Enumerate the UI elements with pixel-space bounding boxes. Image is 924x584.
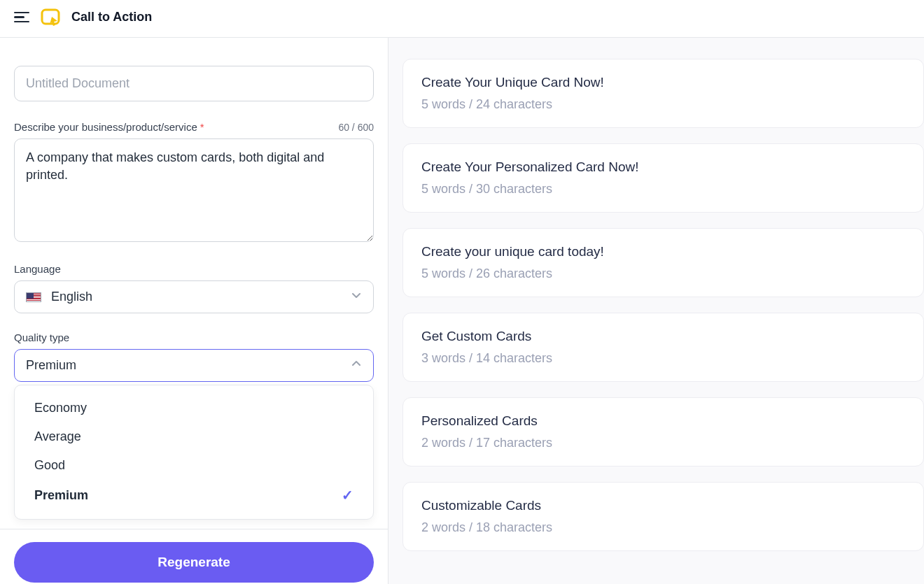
language-label: Language (14, 263, 374, 275)
result-meta: 5 words / 24 characters (421, 97, 905, 112)
regenerate-button[interactable]: Regenerate (14, 542, 374, 583)
results-panel: Create Your Unique Card Now! 5 words / 2… (388, 38, 924, 584)
char-counter: 60 / 600 (338, 122, 374, 133)
result-title: Create your unique card today! (421, 244, 905, 259)
quality-option-economy[interactable]: Economy (15, 394, 373, 422)
result-meta: 2 words / 18 characters (421, 520, 905, 535)
quality-option-average[interactable]: Average (15, 422, 373, 451)
quality-select[interactable]: Premium (14, 349, 374, 382)
check-icon: ✓ (342, 487, 354, 504)
result-title: Create Your Personalized Card Now! (421, 159, 905, 175)
result-card[interactable]: Create Your Unique Card Now! 5 words / 2… (402, 59, 924, 128)
result-title: Create Your Unique Card Now! (421, 75, 905, 90)
quality-option-premium[interactable]: Premium ✓ (15, 480, 373, 511)
result-meta: 2 words / 17 characters (421, 436, 905, 450)
result-meta: 5 words / 30 characters (421, 182, 905, 197)
form-panel: Describe your business/product/service* … (0, 38, 388, 584)
chevron-down-icon (351, 290, 362, 304)
svg-rect-0 (42, 10, 59, 24)
quality-label: Quality type (14, 332, 374, 343)
describe-textarea[interactable] (14, 138, 374, 242)
quality-value: Premium (26, 358, 76, 373)
us-flag-icon (26, 292, 41, 302)
result-meta: 3 words / 14 characters (421, 351, 905, 366)
describe-label: Describe your business/product/service* (14, 121, 204, 133)
menu-icon[interactable] (14, 12, 31, 23)
result-title: Customizable Cards (421, 498, 905, 513)
form-footer: Regenerate (0, 529, 388, 584)
result-title: Get Custom Cards (421, 329, 905, 344)
result-card[interactable]: Customizable Cards 2 words / 18 characte… (402, 482, 924, 551)
result-card[interactable]: Get Custom Cards 3 words / 14 characters (402, 313, 924, 382)
chevron-up-icon (351, 358, 362, 373)
app-logo-icon (41, 8, 62, 27)
language-select[interactable]: English (14, 280, 374, 313)
result-title: Personalized Cards (421, 413, 905, 429)
language-value: English (51, 290, 92, 304)
page-title: Call to Action (71, 10, 152, 24)
result-card[interactable]: Create your unique card today! 5 words /… (402, 228, 924, 297)
app-header: Call to Action (0, 0, 924, 38)
result-card[interactable]: Personalized Cards 2 words / 17 characte… (402, 397, 924, 467)
quality-option-good[interactable]: Good (15, 451, 373, 480)
result-meta: 5 words / 26 characters (421, 266, 905, 281)
result-card[interactable]: Create Your Personalized Card Now! 5 wor… (402, 143, 924, 213)
quality-dropdown: Economy Average Good Premium ✓ (14, 385, 374, 520)
document-title-input[interactable] (14, 66, 374, 101)
